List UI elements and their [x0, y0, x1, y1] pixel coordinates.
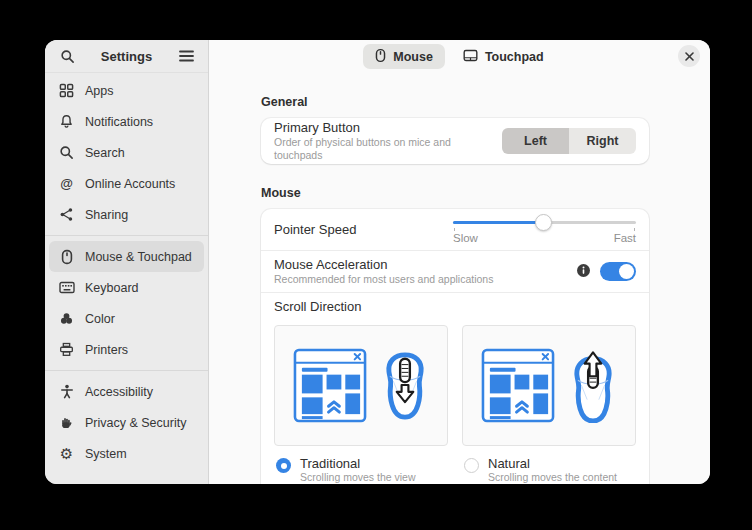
sidebar-item-privacy-security[interactable]: Privacy & Security [49, 407, 204, 438]
general-card: Primary Button Order of physical buttons… [261, 118, 649, 164]
slider-max-label: Fast [614, 232, 636, 244]
sidebar-list: Apps Notifications Search @ Online Accou… [45, 73, 208, 469]
menu-icon[interactable] [176, 46, 196, 66]
main-header: Mouse Touchpad [209, 40, 710, 73]
pointer-speed-fill [453, 221, 543, 224]
section-title-general: General [261, 95, 649, 109]
main-pane: Mouse Touchpad General Primary Button Or… [209, 40, 710, 484]
mouse-acceleration-toggle[interactable] [600, 262, 636, 281]
mouse-acceleration-row: Mouse Acceleration Recommended for most … [261, 251, 649, 292]
tab-touchpad[interactable]: Touchpad [451, 44, 556, 69]
sidebar-item-label: Sharing [85, 208, 128, 222]
slider-labels: Slow Fast [453, 232, 636, 244]
sidebar-item-label: Online Accounts [85, 177, 175, 191]
section-title-mouse: Mouse [261, 186, 649, 200]
option-label: Natural [488, 456, 617, 471]
option-label: Traditional [300, 456, 416, 471]
sidebar-item-notifications[interactable]: Notifications [49, 106, 204, 137]
touchpad-icon [463, 49, 478, 65]
option-natural[interactable]: Natural Scrolling moves the content [462, 456, 636, 484]
settings-window: Settings Apps Notifications Search @ Onl… [45, 40, 710, 484]
pointer-speed-text: Pointer Speed [274, 222, 356, 238]
tab-mouse[interactable]: Mouse [363, 44, 445, 69]
row-title: Pointer Speed [274, 222, 356, 238]
tab-label: Mouse [393, 50, 433, 64]
sidebar-item-label: Apps [85, 84, 114, 98]
primary-button-text: Primary Button Order of physical buttons… [274, 120, 502, 162]
primary-button-row: Primary Button Order of physical buttons… [261, 118, 649, 164]
slider-tick-max [634, 228, 635, 231]
window-title: Settings [77, 49, 176, 64]
sidebar-item-search[interactable]: Search [49, 137, 204, 168]
sidebar-item-label: Notifications [85, 115, 153, 129]
pointer-speed-row: Pointer Speed Slow Fast [261, 209, 649, 250]
row-title: Mouse Acceleration [274, 257, 493, 273]
sidebar-item-sharing[interactable]: Sharing [49, 199, 204, 230]
mouse-card: Pointer Speed Slow Fast [261, 209, 649, 484]
mouse-icon [375, 48, 386, 66]
slider-min-label: Slow [453, 232, 478, 244]
slider-tick-min [454, 228, 455, 231]
color-icon [58, 310, 75, 327]
right-button[interactable]: Right [569, 128, 636, 154]
sidebar: Settings Apps Notifications Search @ Onl… [45, 40, 209, 484]
privacy-hand-icon [58, 414, 75, 431]
printers-icon [58, 341, 75, 358]
scroll-direction-options: Traditional Scrolling moves the view Nat… [274, 456, 636, 484]
sidebar-item-label: Accessibility [85, 385, 153, 399]
close-button[interactable] [678, 45, 700, 67]
notifications-icon [58, 113, 75, 130]
mouse-scroll-up-illustration [569, 349, 617, 423]
acceleration-controls [577, 262, 636, 281]
toggle-knob [619, 264, 634, 279]
radio-natural[interactable] [464, 458, 479, 473]
sidebar-item-accessibility[interactable]: Accessibility [49, 376, 204, 407]
option-traditional[interactable]: Traditional Scrolling moves the view [274, 456, 448, 484]
info-icon[interactable] [577, 263, 590, 281]
mouse-acceleration-text: Mouse Acceleration Recommended for most … [274, 257, 493, 286]
sidebar-item-label: Mouse & Touchpad [85, 250, 192, 264]
option-subtitle: Scrolling moves the content [488, 471, 617, 484]
sidebar-item-online-accounts[interactable]: @ Online Accounts [49, 168, 204, 199]
system-gear-icon: ⚙ [58, 445, 75, 462]
mouse-scroll-down-illustration [381, 349, 429, 423]
scroll-traditional-illustration[interactable] [274, 325, 448, 446]
online-accounts-icon: @ [58, 175, 75, 192]
window-illustration [293, 348, 368, 424]
option-text: Traditional Scrolling moves the view [300, 456, 416, 484]
scroll-natural-illustration[interactable] [462, 325, 636, 446]
device-tab-group: Mouse Touchpad [363, 44, 555, 69]
sidebar-item-color[interactable]: Color [49, 303, 204, 334]
scroll-illustrations [274, 325, 636, 446]
sidebar-item-label: Color [85, 312, 115, 326]
sidebar-item-label: System [85, 447, 127, 461]
row-subtitle: Recommended for most users and applicati… [274, 273, 493, 286]
sidebar-item-label: Privacy & Security [85, 416, 186, 430]
scroll-direction-section: Scroll Direction [261, 293, 649, 484]
row-subtitle: Order of physical buttons on mice and to… [274, 136, 502, 162]
sidebar-separator [45, 235, 208, 236]
sidebar-item-apps[interactable]: Apps [49, 75, 204, 106]
content: General Primary Button Order of physical… [209, 95, 649, 484]
sidebar-item-label: Keyboard [85, 281, 139, 295]
row-title: Primary Button [274, 120, 502, 136]
sidebar-item-keyboard[interactable]: Keyboard [49, 272, 204, 303]
sidebar-header: Settings [45, 40, 208, 73]
tab-label: Touchpad [485, 50, 544, 64]
sidebar-item-label: Search [85, 146, 125, 160]
sidebar-separator [45, 370, 208, 371]
apps-icon [58, 82, 75, 99]
keyboard-icon [58, 279, 75, 296]
option-subtitle: Scrolling moves the view [300, 471, 416, 484]
search-icon[interactable] [57, 46, 77, 66]
left-button[interactable]: Left [502, 128, 569, 154]
mouse-icon [58, 248, 75, 265]
pointer-speed-handle[interactable] [535, 214, 552, 231]
radio-traditional[interactable] [276, 458, 291, 473]
sidebar-item-printers[interactable]: Printers [49, 334, 204, 365]
sidebar-item-system[interactable]: ⚙ System [49, 438, 204, 469]
accessibility-icon [58, 383, 75, 400]
scroll-direction-title: Scroll Direction [274, 300, 636, 314]
sidebar-item-mouse-touchpad[interactable]: Mouse & Touchpad [49, 241, 204, 272]
pointer-speed-slider[interactable]: Slow Fast [453, 215, 636, 245]
